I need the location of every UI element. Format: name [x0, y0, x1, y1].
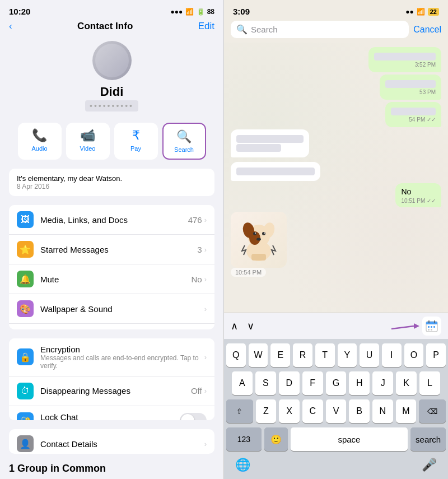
calendar-icon — [426, 320, 438, 332]
key-f[interactable]: F — [302, 371, 323, 395]
key-c[interactable]: C — [302, 399, 323, 423]
encryption-content: Encryption Messages and calls are end-to… — [40, 345, 204, 370]
menu-item-media[interactable]: 🖼 Media, Links, and Docs 476 › — [9, 205, 214, 235]
avatar — [92, 41, 132, 80]
key-y[interactable]: Y — [338, 343, 357, 367]
key-p[interactable]: P — [426, 343, 446, 367]
menu-item-contact-details[interactable]: 👤 Contact Details › — [9, 429, 214, 454]
menu-item-camera-roll[interactable]: 💾 Save to Camera Roll Default › — [9, 324, 214, 329]
nav-bar-left: ‹ Contact Info Edit — [0, 18, 223, 36]
lock-chat-content: Lock Chat Lock and hide this chat on thi… — [40, 412, 180, 420]
menu-item-mute[interactable]: 🔔 Mute No › — [9, 264, 214, 294]
pay-icon: ₹ — [132, 128, 140, 143]
message-bubble-2: 53 PM — [380, 75, 441, 100]
key-u[interactable]: U — [360, 343, 379, 367]
profile-phone: •••••••••• — [85, 100, 138, 111]
svg-rect-14 — [426, 323, 437, 324]
key-t[interactable]: T — [315, 343, 335, 367]
wallpaper-label: Wallpaper & Sound — [40, 304, 204, 314]
menu-item-encryption[interactable]: 🔒 Encryption Messages and calls are end-… — [9, 338, 214, 376]
battery-right: 22 — [428, 8, 439, 16]
cancel-button[interactable]: Cancel — [413, 25, 441, 35]
emoji-key[interactable]: 🙂 — [264, 427, 288, 451]
delete-key[interactable]: ⌫ — [419, 399, 446, 423]
search-button[interactable]: 🔍 Search — [162, 123, 206, 160]
up-arrow-button[interactable]: ∧ — [231, 320, 238, 332]
toggle-knob — [181, 414, 194, 420]
contact-details-right: › — [204, 440, 207, 448]
key-z[interactable]: Z — [256, 399, 277, 423]
keyboard-row-2: A S D F G H J K L — [226, 371, 446, 395]
key-k[interactable]: K — [396, 371, 417, 395]
message-row-no: No 10:51 PM ✓✓ — [231, 183, 441, 207]
starred-value: 3 — [197, 245, 202, 254]
key-d[interactable]: D — [279, 371, 300, 395]
search-keyboard-key[interactable]: search — [410, 427, 446, 451]
time-right: 3:09 — [233, 7, 250, 16]
space-key[interactable]: space — [291, 427, 408, 451]
key-j[interactable]: J — [372, 371, 393, 395]
key-e[interactable]: E — [270, 343, 290, 367]
lock-chat-toggle[interactable] — [180, 413, 207, 420]
search-input[interactable]: Search — [251, 25, 278, 34]
calendar-icon-button[interactable] — [422, 317, 441, 336]
svg-rect-10 — [251, 254, 266, 261]
video-button[interactable]: 📹 Video — [66, 123, 110, 160]
key-o[interactable]: O — [404, 343, 424, 367]
key-i[interactable]: I — [382, 343, 402, 367]
svg-rect-20 — [428, 329, 430, 331]
microphone-icon[interactable]: 🎤 — [422, 458, 437, 472]
menu-item-lock-chat[interactable]: 🔐 Lock Chat Lock and hide this chat on t… — [9, 406, 214, 420]
menu-item-disappearing[interactable]: ⏱ Disappearing Messages Off › — [9, 376, 214, 406]
key-x[interactable]: X — [279, 399, 300, 423]
key-q[interactable]: Q — [226, 343, 246, 367]
key-l[interactable]: L — [419, 371, 440, 395]
chevron-icon-6: › — [204, 353, 207, 361]
search-bar: 🔍 Search Cancel — [224, 18, 448, 43]
key-g[interactable]: G — [326, 371, 347, 395]
media-right: 476 › — [188, 215, 207, 225]
key-n[interactable]: N — [372, 399, 393, 423]
key-h[interactable]: H — [349, 371, 370, 395]
key-m[interactable]: M — [396, 399, 417, 423]
menu-item-wallpaper[interactable]: 🎨 Wallpaper & Sound › — [9, 294, 214, 324]
profile-section: Didi •••••••••• — [0, 36, 223, 118]
media-value: 476 — [188, 215, 202, 225]
edit-button[interactable]: Edit — [198, 21, 214, 32]
status-icons-right: ●● 📶 22 — [405, 8, 439, 16]
contact-details-content: Contact Details — [40, 439, 204, 449]
disappearing-icon: ⏱ — [17, 383, 34, 399]
lock-chat-icon: 🔐 — [17, 412, 34, 420]
numbers-key[interactable]: 123 — [226, 427, 262, 451]
key-r[interactable]: R — [293, 343, 312, 367]
key-w[interactable]: W — [249, 343, 268, 367]
key-v[interactable]: V — [326, 399, 347, 423]
right-panel: 3:09 ●● 📶 22 🔍 Search Cancel 3:52 PM 53 … — [224, 0, 448, 479]
media-label: Media, Links, and Docs — [40, 215, 188, 225]
menu-item-starred[interactable]: ⭐ Starred Messages 3 › — [9, 235, 214, 264]
audio-button[interactable]: 📞 Audio — [18, 123, 62, 160]
key-s[interactable]: S — [255, 371, 276, 395]
key-b[interactable]: B — [349, 399, 370, 423]
key-a[interactable]: A — [232, 371, 253, 395]
profile-name: Didi — [100, 85, 124, 99]
status-bar-left: 10:20 ●●● 📶 🔋 88 — [0, 0, 223, 18]
down-arrow-button[interactable]: ∨ — [247, 320, 254, 332]
pay-button[interactable]: ₹ Pay — [114, 123, 158, 160]
chevron-icon-8: › — [204, 440, 207, 448]
message-bubble-4 — [231, 129, 309, 157]
back-button[interactable]: ‹ — [9, 21, 12, 32]
quote-section: It's elementary, my dear Watson. 8 Apr 2… — [9, 169, 214, 196]
sticker-area: 10:54 PM — [231, 210, 441, 279]
encryption-icon: 🔒 — [17, 348, 34, 365]
search-input-container[interactable]: 🔍 Search — [231, 21, 409, 38]
message-bubble-1: 3:52 PM — [368, 47, 441, 72]
contact-details-icon: 👤 — [17, 435, 34, 452]
blur-content-5 — [236, 168, 315, 175]
svg-point-8 — [264, 232, 265, 234]
left-panel: 10:20 ●●● 📶 🔋 88 ‹ Contact Info Edit Did… — [0, 0, 224, 479]
globe-icon[interactable]: 🌐 — [235, 458, 250, 472]
chevron-icon-3: › — [204, 275, 207, 283]
msg-time-no: 10:51 PM ✓✓ — [401, 198, 436, 204]
shift-key[interactable]: ⇧ — [226, 399, 253, 423]
